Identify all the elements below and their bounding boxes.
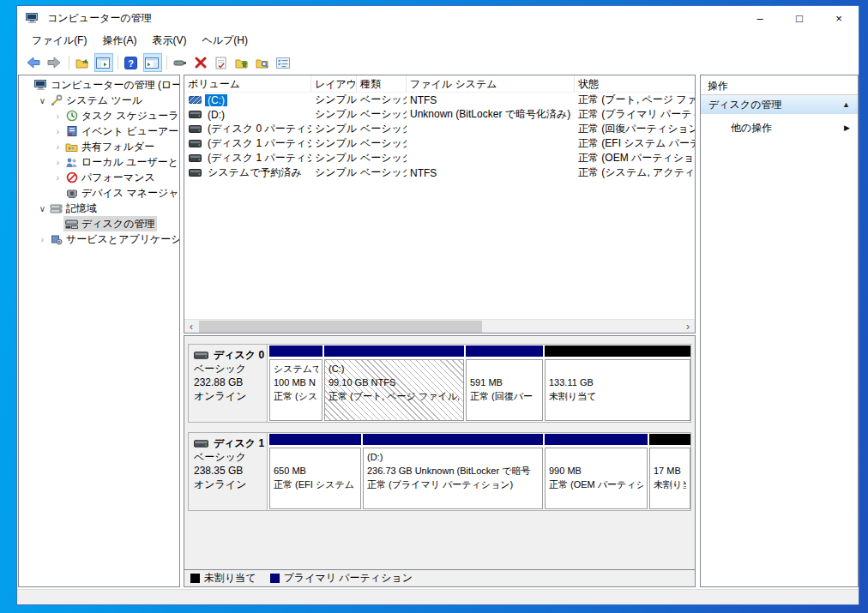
folder-find-button[interactable] [254, 53, 273, 72]
tree-item-content: コンピューターの管理 (ローカル) [33, 77, 179, 93]
device-button[interactable] [172, 53, 190, 72]
scroll-right-arrow-icon[interactable]: › [681, 320, 695, 334]
task-list-button[interactable] [274, 53, 293, 72]
export-list-button[interactable] [74, 53, 93, 72]
disk-graphical-panel: ディスク 0ベーシック232.88 GBオンラインシステムで100 MB N正常… [184, 335, 696, 587]
tree-item[interactable]: ∨記憶域 [19, 201, 179, 216]
tree-item[interactable]: コンピューターの管理 (ローカル) [19, 77, 179, 93]
column-header[interactable]: 状態 [575, 75, 695, 92]
tree-item[interactable]: ›タスク スケジューラ [19, 108, 179, 123]
disk-header[interactable]: ディスク 1ベーシック238.35 GBオンライン [189, 433, 268, 510]
disk-status: オンライン [194, 478, 267, 491]
toolbar: ? [17, 51, 859, 74]
tree-item[interactable]: ›共有フォルダー [19, 139, 179, 154]
partition-block[interactable]: 650 MB正常 (EFI システム パ [269, 434, 361, 509]
help-button[interactable]: ? [123, 53, 142, 72]
partition-body[interactable]: 17 MB未割り当 [649, 448, 690, 509]
actions-section-label: ディスクの管理 [708, 98, 781, 112]
tree-item[interactable]: ›サービスとアプリケーション [19, 231, 179, 247]
column-header[interactable]: ファイル システム [407, 75, 575, 92]
properties-button[interactable] [213, 53, 232, 72]
partition-text-line [549, 450, 643, 464]
minimize-button[interactable]: – [740, 6, 780, 30]
partition-text-line: 正常 (ブート, ページ ファイル, クラ [329, 389, 460, 403]
tree-item[interactable]: ∨システム ツール [19, 93, 179, 108]
volume-row[interactable]: (C:)シンプルベーシックNTFS正常 (ブート, ページ ファイル, [184, 93, 695, 107]
disk-header[interactable]: ディスク 0ベーシック232.88 GBオンライン [189, 345, 268, 422]
task-list-icon [275, 57, 290, 69]
partition-block[interactable]: (D:)236.73 GB Unknown (BitLocker で暗号正常 (… [363, 434, 543, 509]
partition-strip-primary [363, 434, 543, 445]
expander-collapsed-icon[interactable]: › [52, 127, 63, 136]
partition-body[interactable]: システムで100 MB N正常 (シス [269, 359, 322, 421]
partition-strip-primary [269, 346, 322, 357]
tree-item[interactable]: ›イベント ビューアー [19, 123, 179, 139]
volume-cell-fs [407, 136, 575, 151]
tree-item[interactable]: ›パフォーマンス [19, 170, 179, 185]
services-apps-icon [49, 233, 63, 245]
close-button[interactable]: × [819, 6, 859, 30]
column-header[interactable]: レイアウト [311, 75, 357, 92]
partition-body[interactable]: 133.11 GB未割り当て [545, 359, 690, 421]
menu-item-view[interactable]: 表示(V) [144, 31, 194, 51]
partition-text-line: 133.11 GB [549, 376, 686, 389]
volume-row[interactable]: (D:)シンプルベーシックUnknown (BitLocker で暗号化済み)正… [184, 107, 695, 122]
partition-block[interactable]: 591 MB正常 (回復パー [466, 346, 543, 421]
expander-collapsed-icon[interactable]: › [52, 142, 63, 152]
action-pane-toggle-button[interactable] [143, 53, 162, 72]
partition-body[interactable]: (D:)236.73 GB Unknown (BitLocker で暗号正常 (… [363, 448, 543, 509]
volume-row[interactable]: (ディスク 0 パーティション 3)シンプルベーシック正常 (回復パーティション… [184, 122, 695, 136]
folder-up-button[interactable] [233, 53, 252, 72]
tree-item[interactable]: ディスクの管理 [19, 216, 179, 231]
partition-block[interactable]: 133.11 GB未割り当て [545, 346, 690, 421]
console-tree-toggle-button[interactable] [94, 53, 113, 72]
volume-row[interactable]: (ディスク 1 パーティション 1)シンプルベーシック正常 (EFI システム … [184, 136, 695, 151]
expander-collapsed-icon[interactable]: › [37, 235, 48, 244]
partition-block[interactable]: 17 MB未割り当 [649, 434, 690, 509]
forward-button[interactable] [45, 53, 64, 72]
volume-cell-name: (C:) [184, 93, 311, 107]
partition-block[interactable]: (C:)99.10 GB NTFS正常 (ブート, ページ ファイル, クラ [324, 346, 464, 421]
expander-expanded-icon[interactable]: ∨ [37, 204, 48, 213]
menu-item-action[interactable]: 操作(A) [94, 31, 144, 51]
volume-cell-status: 正常 (EFI システム パーティシ [575, 136, 695, 151]
horizontal-scrollbar[interactable]: ‹ › [184, 319, 695, 333]
tree-item[interactable]: ›ローカル ユーザーとグループ [19, 154, 179, 170]
menu-item-help[interactable]: ヘルプ(H) [194, 31, 256, 51]
expander-collapsed-icon[interactable]: › [52, 158, 63, 167]
partition-text-line: (C:) [329, 362, 460, 376]
expander-collapsed-icon[interactable]: › [52, 111, 63, 121]
delete-volume-button[interactable] [192, 53, 211, 72]
collapse-arrow-icon[interactable]: ▲ [842, 100, 850, 109]
disk-partitions: システムで100 MB N正常 (シス(C:)99.10 GB NTFS正常 (… [268, 345, 690, 422]
scroll-left-arrow-icon[interactable]: ‹ [184, 320, 198, 334]
expander-expanded-icon[interactable]: ∨ [37, 96, 48, 105]
delete-volume-icon [193, 57, 208, 69]
actions-section-disk-management[interactable]: ディスクの管理 ▲ [701, 95, 858, 115]
back-button[interactable] [25, 53, 44, 72]
partition-block[interactable]: システムで100 MB N正常 (シス [269, 346, 322, 421]
volume-list-panel: ボリュームレイアウト種類ファイル システム状態 (C:)シンプルベーシックNTF… [184, 75, 696, 334]
volume-name: (ディスク 0 パーティション 3) [205, 122, 311, 136]
partition-body[interactable]: 990 MB正常 (OEM パーティシ [545, 448, 648, 509]
partition-body[interactable]: (C:)99.10 GB NTFS正常 (ブート, ページ ファイル, クラ [324, 359, 464, 421]
volume-row[interactable]: システムで予約済みシンプルベーシックNTFS正常 (システム, アクティブ, プ [184, 165, 695, 180]
column-header[interactable]: 種類 [357, 75, 407, 92]
scrollbar-thumb[interactable] [199, 321, 482, 333]
maximize-button[interactable]: □ [780, 6, 819, 30]
more-actions-item[interactable]: 他の操作 ▶ [701, 115, 858, 137]
expander-collapsed-icon[interactable]: › [52, 173, 63, 183]
legend-label: 未割り当て [204, 571, 256, 586]
partition-text-line: 正常 (回復パー [470, 389, 539, 403]
tree-item-content: システム ツール [48, 93, 145, 108]
menu-item-file[interactable]: ファイル(F) [24, 31, 94, 51]
partition-body[interactable]: 650 MB正常 (EFI システム パ [269, 448, 361, 509]
partition-body[interactable]: 591 MB正常 (回復パー [466, 359, 543, 421]
disk-kind: ベーシック [194, 450, 267, 464]
tree-item-content: タスク スケジューラ [63, 108, 179, 123]
column-header[interactable]: ボリューム [184, 75, 311, 92]
tree-item[interactable]: デバイス マネージャー [19, 185, 179, 201]
partition-strip-primary [324, 346, 464, 357]
volume-row[interactable]: (ディスク 1 パーティション 4)シンプルベーシック正常 (OEM パーティシ… [184, 151, 695, 165]
partition-block[interactable]: 990 MB正常 (OEM パーティシ [545, 434, 648, 509]
